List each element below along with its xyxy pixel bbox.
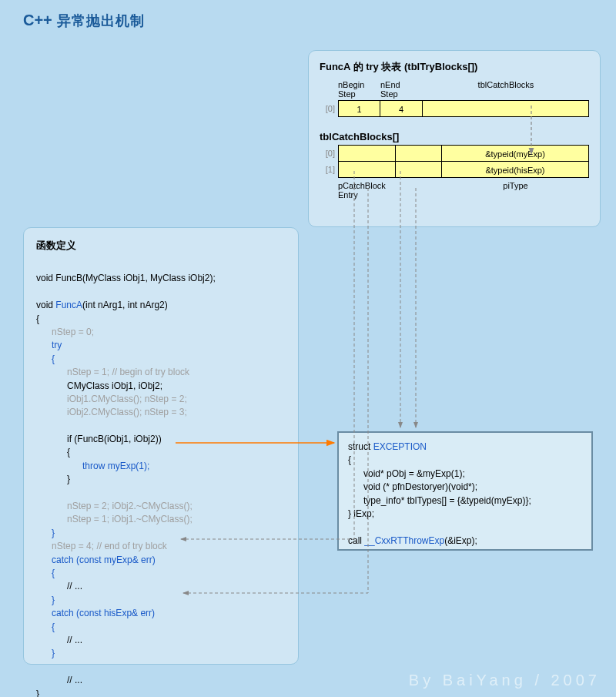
code-line: (int nArg1, int nArg2) bbox=[82, 300, 168, 310]
code-line: struct bbox=[348, 441, 373, 452]
code-line: void FuncB(MyClass iObj1, MyClass iObj2)… bbox=[36, 273, 216, 283]
hdr-nbegin: nBegin Step bbox=[338, 80, 380, 99]
code-line: call bbox=[348, 535, 364, 546]
code-line: { bbox=[36, 313, 39, 324]
code-line: // ... bbox=[36, 581, 82, 591]
code-line: { bbox=[36, 447, 70, 457]
code-line: void* pObj = &myExp(1); bbox=[348, 468, 465, 479]
code-line: // ... bbox=[36, 675, 82, 685]
throw-stmt: throw myExp(1); bbox=[82, 461, 149, 471]
code-line: { bbox=[348, 454, 351, 465]
throw-fn: __CxxRTThrowExp bbox=[364, 535, 444, 546]
code-block: void FuncB(MyClass iObj1, MyClass iObj2)… bbox=[36, 259, 286, 697]
code-line: // ... bbox=[36, 635, 82, 645]
cell-catchptr bbox=[423, 100, 589, 117]
code-line: if (FuncB(iObj1, iObj2)) bbox=[36, 434, 162, 444]
author-credit: By BaiYang / 2007 bbox=[409, 672, 601, 689]
code-line: } bbox=[36, 528, 55, 538]
code-line: nStep = 2; iObj2.~CMyClass(); bbox=[36, 501, 192, 511]
code-line: void (* pfnDestoryer)(void*); bbox=[348, 481, 477, 492]
code-line: CMyClass iObj1, iObj2; bbox=[36, 380, 162, 391]
tryblocks-row-0: [0] 1 4 bbox=[320, 100, 589, 117]
code-line: } iExp; bbox=[348, 508, 374, 519]
title-rest: 异常抛出机制 bbox=[52, 13, 145, 28]
code-line: nStep = 4; // end of try block bbox=[36, 541, 167, 551]
catchblocks-row-0: [0] &typeid(myExp) bbox=[320, 145, 589, 162]
code-line: nStep = 1; // begin of try block bbox=[36, 367, 189, 377]
code-line: try bbox=[36, 340, 62, 350]
code-line: iObj2.CMyClass(); nStep = 3; bbox=[36, 407, 187, 417]
row-index: [0] bbox=[320, 149, 338, 158]
code-line: catch (const hisExp& err) bbox=[36, 608, 155, 618]
fndef-title: 函数定义 bbox=[36, 239, 286, 253]
funcname: FuncA bbox=[55, 300, 82, 310]
tryblocks-header: nBegin Step nEnd Step tblCatchBlocks bbox=[338, 80, 589, 99]
cell-pitype: &typeid(hisExp) bbox=[442, 161, 589, 178]
cell-nend: 4 bbox=[380, 100, 423, 117]
cell-nbegin: 1 bbox=[338, 100, 380, 117]
code-line: nStep = 1; iObj1.~CMyClass(); bbox=[36, 514, 192, 524]
cell-blank bbox=[396, 145, 442, 162]
exception-box: struct EXCEPTION { void* pObj = &myExp(1… bbox=[337, 431, 593, 551]
struct-name: EXCEPTION bbox=[373, 441, 427, 452]
page-title: C++ 异常抛出机制 bbox=[23, 12, 145, 30]
code-line: type_info* tblTypes[] = {&typeid(myExp)}… bbox=[348, 495, 531, 506]
tryblocks-title: FuncA 的 try 块表 (tblTryBlocks[]) bbox=[320, 60, 589, 74]
code-line: catch (const myExp& err) bbox=[36, 555, 156, 565]
code-line: } bbox=[36, 648, 55, 658]
catchblocks-row-1: [1] &typeid(hisExp) bbox=[320, 161, 589, 178]
row-index: [1] bbox=[320, 165, 338, 174]
code-line: (&iExp); bbox=[444, 535, 477, 546]
code-line: { bbox=[36, 622, 55, 632]
code-line: nStep = 0; bbox=[36, 327, 94, 337]
exception-code: struct EXCEPTION { void* pObj = &myExp(1… bbox=[348, 441, 582, 548]
code-line: } bbox=[36, 595, 55, 605]
code-line: { bbox=[36, 354, 55, 364]
code-line: } bbox=[36, 689, 39, 698]
code-indent bbox=[36, 461, 82, 471]
row-index: [0] bbox=[320, 104, 338, 113]
catchblocks-footer: pCatchBlock Entry piType bbox=[338, 181, 589, 199]
hdr-nend: nEnd Step bbox=[380, 80, 423, 99]
code-line: iObj1.CMyClass(); nStep = 2; bbox=[36, 394, 187, 404]
ftr-entry: pCatchBlock Entry bbox=[338, 181, 442, 199]
cell-entry bbox=[338, 145, 396, 162]
hdr-catchblocks: tblCatchBlocks bbox=[423, 80, 589, 99]
title-cpp: C++ bbox=[23, 12, 52, 28]
code-line: void bbox=[36, 300, 55, 310]
fndef-panel: 函数定义 void FuncB(MyClass iObj1, MyClass i… bbox=[23, 227, 299, 665]
cell-entry bbox=[338, 161, 396, 178]
code-line: { bbox=[36, 568, 55, 578]
tryblocks-panel: FuncA 的 try 块表 (tblTryBlocks[]) nBegin S… bbox=[308, 50, 601, 227]
ftr-pitype: piType bbox=[442, 181, 589, 199]
catchblocks-title: tblCatchBlocks[] bbox=[320, 131, 589, 142]
code-line: } bbox=[36, 474, 70, 484]
cell-pitype: &typeid(myExp) bbox=[442, 145, 589, 162]
cell-blank bbox=[396, 161, 442, 178]
